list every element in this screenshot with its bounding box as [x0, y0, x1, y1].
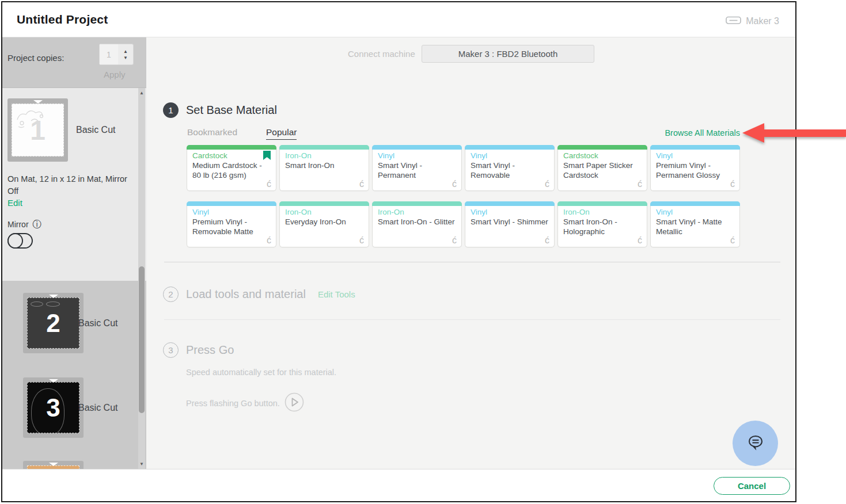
material-card[interactable]: Vinyl Smart Vinyl - Removable ć	[465, 145, 555, 191]
mat-3-linetype: Basic Cut	[78, 403, 117, 413]
material-card[interactable]: Iron-On Smart Iron-On - Holographic ć	[557, 201, 647, 247]
step1-badge: 1	[163, 102, 179, 118]
material-card[interactable]: Cardstock Smart Paper Sticker Cardstock …	[557, 145, 647, 191]
bookmark-icon[interactable]	[263, 151, 271, 162]
material-category: Iron-On	[378, 208, 404, 216]
scroll-down-icon[interactable]: ▼	[138, 461, 145, 467]
mat-2-thumbnail[interactable]: 2	[23, 293, 84, 353]
stepper-down-icon[interactable]: ▼	[123, 55, 128, 60]
copies-stepper-arrows[interactable]: ▲ ▼	[118, 44, 133, 64]
material-category: Iron-On	[563, 208, 590, 216]
scrollbar-thumb[interactable]	[139, 266, 145, 413]
card-color-bar	[187, 201, 276, 206]
info-icon[interactable]: ⓘ	[33, 220, 42, 229]
material-category: Vinyl	[471, 208, 487, 216]
material-category: Vinyl	[656, 151, 673, 160]
step2-title: Load tools and material	[186, 288, 306, 301]
mat-1-details: On Mat, 12 in x 12 in Mat, Mirror Off	[7, 173, 137, 197]
material-name: Smart Iron-On - Holographic	[563, 217, 642, 237]
material-cards-grid: Cardstock Medium Cardstock - 80 lb (216 …	[187, 145, 740, 247]
material-category: Vinyl	[471, 151, 487, 160]
title-bar: Untitled Project Maker 3	[2, 2, 795, 37]
material-card[interactable]: Vinyl Smart Vinyl - Permanent ć	[372, 145, 462, 191]
step2-header: 2 Load tools and material Edit Tools	[163, 287, 355, 302]
browse-all-materials-link[interactable]: Browse All Materials	[665, 128, 740, 138]
material-name: Smart Vinyl - Permanent	[378, 161, 456, 181]
material-name: Everyday Iron-On	[285, 217, 363, 227]
mat-1-thumbnail[interactable]: 1	[7, 98, 68, 162]
mat-number: 2	[46, 309, 60, 338]
chat-bubble-icon	[745, 432, 766, 455]
material-name: Medium Cardstock - 80 lb (216 gsm)	[192, 161, 271, 181]
card-color-bar	[557, 145, 647, 150]
machine-name: Maker 3	[746, 16, 779, 26]
card-color-bar	[372, 201, 462, 206]
material-card[interactable]: Iron-On Smart Iron-On - Glitter ć	[372, 201, 462, 247]
cricut-brand-icon: ć	[638, 179, 642, 189]
connect-machine-row: Connect machine Maker 3 : FBD2 Bluetooth	[146, 45, 795, 63]
section-divider	[164, 319, 780, 320]
material-card[interactable]: Cardstock Medium Cardstock - 80 lb (216 …	[187, 145, 276, 191]
cancel-button[interactable]: Cancel	[714, 477, 790, 495]
project-title: Untitled Project	[17, 13, 108, 26]
material-card[interactable]: Iron-On Smart Iron-On ć	[279, 145, 369, 191]
material-category: Vinyl	[656, 208, 673, 216]
card-color-bar	[650, 201, 740, 206]
apply-button[interactable]: Apply	[104, 70, 126, 79]
edit-mat-link[interactable]: Edit	[7, 198, 22, 208]
card-color-bar	[279, 201, 369, 206]
material-tabs: Bookmarked Popular	[187, 127, 297, 140]
material-card[interactable]: Vinyl Smart Vinyl - Matte Metallic ć	[650, 201, 740, 247]
material-category: Vinyl	[378, 151, 394, 160]
material-category: Vinyl	[192, 208, 209, 216]
stepper-up-icon[interactable]: ▲	[123, 49, 128, 54]
material-name: Smart Vinyl - Removable	[471, 161, 549, 181]
mat-3-thumbnail[interactable]: 3	[23, 377, 84, 438]
material-card[interactable]: Vinyl Smart Vinyl - Shimmer ć	[465, 201, 555, 247]
mat-design-preview	[31, 388, 65, 433]
mat-item-2[interactable]: 2 Basic Cut	[2, 293, 146, 373]
tab-bookmarked[interactable]: Bookmarked	[187, 127, 237, 140]
mat-item-3[interactable]: 3 Basic Cut	[2, 377, 146, 458]
mat-1-linetype: Basic Cut	[76, 125, 115, 135]
machine-select-button[interactable]: Maker 3 : FBD2 Bluetooth	[422, 45, 594, 63]
project-copies-panel: Project copies: ▲ ▼ Apply	[2, 37, 146, 88]
copies-stepper[interactable]: ▲ ▼	[99, 44, 134, 65]
mat-sidebar: Project copies: ▲ ▼ Apply	[2, 37, 146, 469]
mat-4-thumbnail[interactable]	[23, 461, 84, 469]
step3-badge: 3	[163, 342, 179, 358]
mat-item-4-partial[interactable]	[2, 461, 146, 469]
material-category: Iron-On	[285, 151, 312, 160]
card-color-bar	[557, 201, 647, 206]
speed-note: Speed automatically set for this materia…	[186, 368, 336, 377]
sidebar-scrollbar[interactable]: ▲ ▼	[138, 88, 145, 469]
press-go-row: Press flashing Go button.	[186, 392, 304, 414]
material-card[interactable]: Vinyl Premium Vinyl - Permanent Glossy ć	[650, 145, 740, 191]
scroll-up-icon[interactable]: ▲	[138, 90, 145, 96]
mirror-toggle[interactable]	[7, 233, 33, 249]
cricut-brand-icon: ć	[267, 179, 271, 189]
edit-tools-link[interactable]: Edit Tools	[318, 289, 355, 299]
screenshot-stage: Untitled Project Maker 3 Project copies:…	[0, 0, 846, 504]
machine-status[interactable]: Maker 3	[726, 15, 779, 28]
material-name: Premium Vinyl - Removable Matte	[192, 217, 271, 237]
mat-design-preview	[14, 106, 48, 130]
cricut-brand-icon: ć	[730, 179, 735, 189]
press-go-note: Press flashing Go button.	[186, 399, 280, 408]
cricut-brand-icon: ć	[359, 235, 364, 246]
material-name: Smart Iron-On - Glitter	[378, 217, 456, 227]
card-color-bar	[465, 145, 555, 150]
step1-header: 1 Set Base Material	[163, 102, 277, 118]
tab-popular[interactable]: Popular	[266, 127, 297, 140]
card-color-bar	[187, 145, 276, 150]
mat-list: 1 Basic Cut On Mat, 12 in x 12 in Mat, M…	[2, 88, 146, 469]
material-card[interactable]: Iron-On Everyday Iron-On ć	[279, 201, 369, 247]
material-name: Smart Vinyl - Matte Metallic	[656, 217, 734, 237]
help-chat-button[interactable]	[733, 421, 778, 466]
material-card[interactable]: Vinyl Premium Vinyl - Removable Matte ć	[187, 201, 276, 247]
mat-2-preview: 2	[27, 297, 79, 349]
mat-item-1-selected[interactable]: 1 Basic Cut On Mat, 12 in x 12 in Mat, M…	[2, 88, 146, 281]
copies-input[interactable]	[100, 44, 118, 64]
section-divider	[164, 262, 780, 262]
cricut-brand-icon: ć	[452, 179, 457, 189]
